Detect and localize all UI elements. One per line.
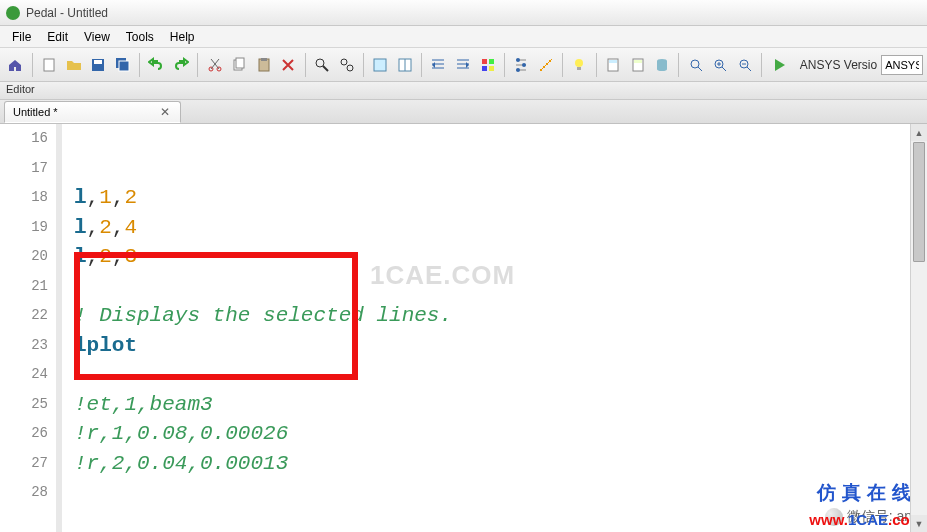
code-line[interactable]: !et,1,beam3 [74, 390, 927, 420]
undo-icon[interactable] [145, 53, 168, 77]
save-all-icon[interactable] [111, 53, 134, 77]
code-line[interactable]: !r,1,0.08,0.00026 [74, 419, 927, 449]
svg-rect-8 [236, 58, 244, 68]
watermark-link: www.1CAE.com [809, 511, 923, 528]
pane-header: Editor [0, 82, 927, 100]
svg-point-24 [575, 59, 583, 67]
db-icon[interactable] [651, 53, 674, 77]
new-file-icon[interactable] [38, 53, 61, 77]
line-number: 17 [0, 154, 48, 184]
svg-rect-0 [44, 59, 54, 71]
line-number: 26 [0, 419, 48, 449]
run-icon[interactable] [767, 53, 790, 77]
line-number-gutter: 16171819202122232425262728 [0, 124, 62, 532]
title-bar: Pedal - Untitled [0, 0, 927, 26]
line-number: 25 [0, 390, 48, 420]
svg-rect-14 [374, 59, 386, 71]
scroll-thumb[interactable] [913, 142, 925, 262]
menu-view[interactable]: View [76, 28, 118, 46]
idea-icon[interactable] [568, 53, 591, 77]
measure-icon[interactable] [534, 53, 557, 77]
menu-help[interactable]: Help [162, 28, 203, 46]
code-line[interactable]: l,1,2 [74, 183, 927, 213]
paste-icon[interactable] [252, 53, 275, 77]
svg-rect-29 [634, 60, 642, 63]
svg-rect-2 [94, 60, 102, 64]
code-text[interactable]: l,1,2l,2,4l,2,3! Displays the selected l… [62, 124, 927, 532]
zoom-out-icon[interactable] [734, 53, 757, 77]
svg-rect-20 [489, 66, 494, 71]
menu-file[interactable]: File [4, 28, 39, 46]
vertical-scrollbar[interactable]: ▲ ▼ [910, 124, 927, 532]
line-number: 22 [0, 301, 48, 331]
code-line[interactable] [74, 154, 927, 184]
code-line[interactable] [74, 360, 927, 390]
svg-point-23 [516, 68, 520, 72]
line-number: 28 [0, 478, 48, 508]
scroll-down-icon[interactable]: ▼ [911, 515, 927, 532]
calc2-icon[interactable] [626, 53, 649, 77]
code-line[interactable]: lplot [74, 331, 927, 361]
zoom-fit-icon[interactable] [684, 53, 707, 77]
redo-icon[interactable] [170, 53, 193, 77]
svg-rect-4 [119, 61, 129, 71]
code-line[interactable]: l,2,4 [74, 213, 927, 243]
svg-rect-18 [489, 59, 494, 64]
code-line[interactable] [74, 124, 927, 154]
svg-rect-27 [609, 60, 617, 63]
tab-label: Untitled * [13, 106, 58, 118]
svg-point-22 [522, 63, 526, 67]
code-line[interactable]: ! Displays the selected lines. [74, 301, 927, 331]
indent-left-icon[interactable] [427, 53, 450, 77]
indent-right-icon[interactable] [452, 53, 475, 77]
config-icon[interactable] [510, 53, 533, 77]
line-number: 20 [0, 242, 48, 272]
home-icon[interactable] [4, 53, 27, 77]
find-replace-icon[interactable] [335, 53, 358, 77]
find-icon[interactable] [311, 53, 334, 77]
line-number: 16 [0, 124, 48, 154]
menu-edit[interactable]: Edit [39, 28, 76, 46]
code-line[interactable]: l,2,3 [74, 242, 927, 272]
line-number: 23 [0, 331, 48, 361]
code-line[interactable] [74, 478, 927, 508]
toolbar: ANSYS Versio [0, 48, 927, 82]
svg-rect-17 [482, 59, 487, 64]
open-file-icon[interactable] [62, 53, 85, 77]
line-number: 21 [0, 272, 48, 302]
window-title: Pedal - Untitled [26, 6, 108, 20]
cut-icon[interactable] [203, 53, 226, 77]
delete-icon[interactable] [277, 53, 300, 77]
line-number: 27 [0, 449, 48, 479]
menu-bar: File Edit View Tools Help [0, 26, 927, 48]
window1-icon[interactable] [369, 53, 392, 77]
code-line[interactable] [74, 272, 927, 302]
tab-strip: Untitled * ✕ [0, 100, 927, 124]
svg-rect-10 [261, 58, 267, 61]
menu-tools[interactable]: Tools [118, 28, 162, 46]
svg-point-11 [316, 59, 324, 67]
svg-point-12 [341, 59, 347, 65]
watermark-brand: 仿真在线 [817, 480, 917, 506]
save-icon[interactable] [87, 53, 110, 77]
line-number: 18 [0, 183, 48, 213]
zoom-in-icon[interactable] [709, 53, 732, 77]
svg-rect-25 [577, 67, 581, 70]
line-number: 19 [0, 213, 48, 243]
svg-point-21 [516, 58, 520, 62]
version-field[interactable] [881, 55, 923, 75]
tab-close-icon[interactable]: ✕ [158, 105, 172, 119]
copy-icon[interactable] [228, 53, 251, 77]
svg-point-13 [347, 65, 353, 71]
svg-point-31 [691, 60, 699, 68]
color-icon[interactable] [476, 53, 499, 77]
code-line[interactable]: !r,2,0.04,0.00013 [74, 449, 927, 479]
window2-icon[interactable] [393, 53, 416, 77]
calc1-icon[interactable] [602, 53, 625, 77]
line-number: 24 [0, 360, 48, 390]
scroll-up-icon[interactable]: ▲ [911, 124, 927, 141]
editor-area[interactable]: 16171819202122232425262728 l,1,2l,2,4l,2… [0, 124, 927, 532]
app-icon [6, 6, 20, 20]
tab-untitled[interactable]: Untitled * ✕ [4, 101, 181, 123]
version-label: ANSYS Versio [800, 58, 877, 72]
